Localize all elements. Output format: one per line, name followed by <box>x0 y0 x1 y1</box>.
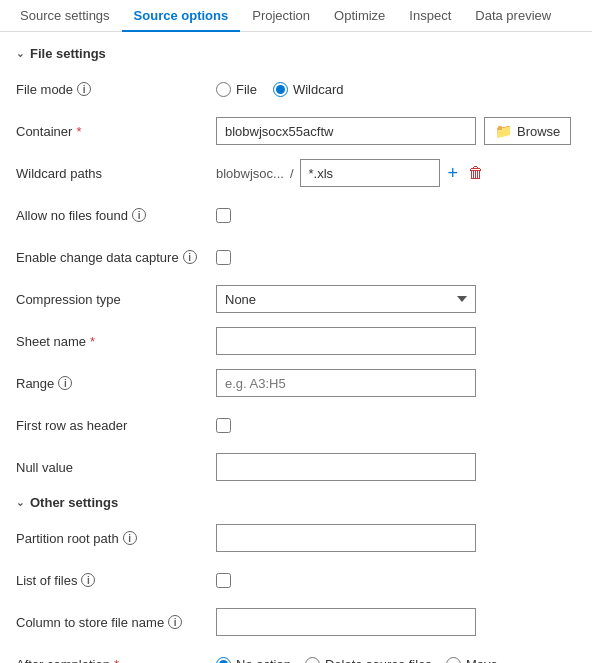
after-completion-no-action-radio[interactable] <box>216 657 231 664</box>
container-control: 📁 Browse <box>216 117 576 145</box>
tab-projection[interactable]: Projection <box>240 0 322 31</box>
allow-no-files-label: Allow no files found i <box>16 208 216 223</box>
file-settings-chevron: ⌄ <box>16 48 24 59</box>
range-input[interactable] <box>216 369 476 397</box>
sheet-name-required: * <box>90 334 95 349</box>
container-input[interactable] <box>216 117 476 145</box>
null-value-input[interactable] <box>216 453 476 481</box>
tab-inspect[interactable]: Inspect <box>397 0 463 31</box>
wildcard-paths-row: Wildcard paths blobwjsoc... / + 🗑 <box>16 159 576 187</box>
null-value-label: Null value <box>16 460 216 475</box>
tab-data-preview[interactable]: Data preview <box>463 0 563 31</box>
container-label: Container * <box>16 124 216 139</box>
after-completion-move-option[interactable]: Move <box>446 657 498 664</box>
compression-type-control: None gzip bzip2 deflate ZipDeflate TarGz… <box>216 285 576 313</box>
enable-cdc-row: Enable change data capture i <box>16 243 576 271</box>
column-store-filename-row: Column to store file name i <box>16 608 576 636</box>
after-completion-delete-option[interactable]: Delete source files <box>305 657 432 664</box>
container-row: Container * 📁 Browse <box>16 117 576 145</box>
partition-root-path-row: Partition root path i <box>16 524 576 552</box>
container-required: * <box>76 124 81 139</box>
wildcard-paths-label: Wildcard paths <box>16 166 216 181</box>
list-of-files-checkbox[interactable] <box>216 573 231 588</box>
wildcard-prefix: blobwjsoc... <box>216 166 284 181</box>
file-mode-file-radio[interactable] <box>216 82 231 97</box>
wildcard-path-input[interactable] <box>300 159 440 187</box>
partition-root-path-input[interactable] <box>216 524 476 552</box>
file-mode-label: File mode i <box>16 82 216 97</box>
wildcard-slash: / <box>290 166 294 181</box>
range-label: Range i <box>16 376 216 391</box>
wildcard-add-button[interactable]: + <box>446 164 461 182</box>
enable-cdc-control <box>216 250 576 265</box>
column-store-filename-info-icon: i <box>168 615 182 629</box>
range-control <box>216 369 576 397</box>
null-value-control <box>216 453 576 481</box>
after-completion-required: * <box>114 657 119 664</box>
list-of-files-control <box>216 573 576 588</box>
column-store-filename-control <box>216 608 576 636</box>
content-area: ⌄ File settings File mode i File Wildcar… <box>0 32 592 663</box>
range-info-icon: i <box>58 376 72 390</box>
after-completion-move-radio[interactable] <box>446 657 461 664</box>
enable-cdc-label: Enable change data capture i <box>16 250 216 265</box>
range-row: Range i <box>16 369 576 397</box>
column-store-filename-input[interactable] <box>216 608 476 636</box>
compression-type-row: Compression type None gzip bzip2 deflate… <box>16 285 576 313</box>
partition-root-path-label: Partition root path i <box>16 531 216 546</box>
first-row-header-label: First row as header <box>16 418 216 433</box>
other-settings-chevron: ⌄ <box>16 497 24 508</box>
other-settings-label: Other settings <box>30 495 118 510</box>
delete-icon: 🗑 <box>468 164 484 182</box>
enable-cdc-checkbox[interactable] <box>216 250 231 265</box>
sheet-name-row: Sheet name * <box>16 327 576 355</box>
partition-root-path-info-icon: i <box>123 531 137 545</box>
first-row-header-checkbox[interactable] <box>216 418 231 433</box>
file-mode-file-option[interactable]: File <box>216 82 257 97</box>
null-value-row: Null value <box>16 453 576 481</box>
file-mode-wildcard-radio[interactable] <box>273 82 288 97</box>
partition-root-path-control <box>216 524 576 552</box>
other-settings-header[interactable]: ⌄ Other settings <box>16 495 576 510</box>
tab-optimize[interactable]: Optimize <box>322 0 397 31</box>
after-completion-label: After completion * <box>16 657 216 664</box>
after-completion-no-action-option[interactable]: No action <box>216 657 291 664</box>
folder-icon: 📁 <box>495 123 512 139</box>
enable-cdc-info-icon: i <box>183 250 197 264</box>
allow-no-files-control <box>216 208 576 223</box>
allow-no-files-checkbox[interactable] <box>216 208 231 223</box>
file-settings-label: File settings <box>30 46 106 61</box>
file-settings-header[interactable]: ⌄ File settings <box>16 46 576 61</box>
compression-type-select[interactable]: None gzip bzip2 deflate ZipDeflate TarGz… <box>216 285 476 313</box>
file-mode-info-icon: i <box>77 82 91 96</box>
sheet-name-control <box>216 327 576 355</box>
tab-source-settings[interactable]: Source settings <box>8 0 122 31</box>
file-mode-wildcard-option[interactable]: Wildcard <box>273 82 344 97</box>
list-of-files-label: List of files i <box>16 573 216 588</box>
file-mode-row: File mode i File Wildcard <box>16 75 576 103</box>
allow-no-files-row: Allow no files found i <box>16 201 576 229</box>
tab-source-options[interactable]: Source options <box>122 0 241 31</box>
compression-type-label: Compression type <box>16 292 216 307</box>
first-row-header-control <box>216 418 576 433</box>
after-completion-control: No action Delete source files Move <box>216 657 576 664</box>
after-completion-delete-radio[interactable] <box>305 657 320 664</box>
list-of-files-row: List of files i <box>16 566 576 594</box>
file-mode-control: File Wildcard <box>216 82 576 97</box>
container-browse-button[interactable]: 📁 Browse <box>484 117 571 145</box>
wildcard-delete-button[interactable]: 🗑 <box>466 164 486 182</box>
after-completion-row: After completion * No action Delete sour… <box>16 650 576 663</box>
column-store-filename-label: Column to store file name i <box>16 615 216 630</box>
first-row-header-row: First row as header <box>16 411 576 439</box>
wildcard-paths-control: blobwjsoc... / + 🗑 <box>216 159 576 187</box>
list-of-files-info-icon: i <box>81 573 95 587</box>
add-icon: + <box>448 164 459 182</box>
sheet-name-input[interactable] <box>216 327 476 355</box>
allow-no-files-info-icon: i <box>132 208 146 222</box>
tab-bar: Source settings Source options Projectio… <box>0 0 592 32</box>
sheet-name-label: Sheet name * <box>16 334 216 349</box>
